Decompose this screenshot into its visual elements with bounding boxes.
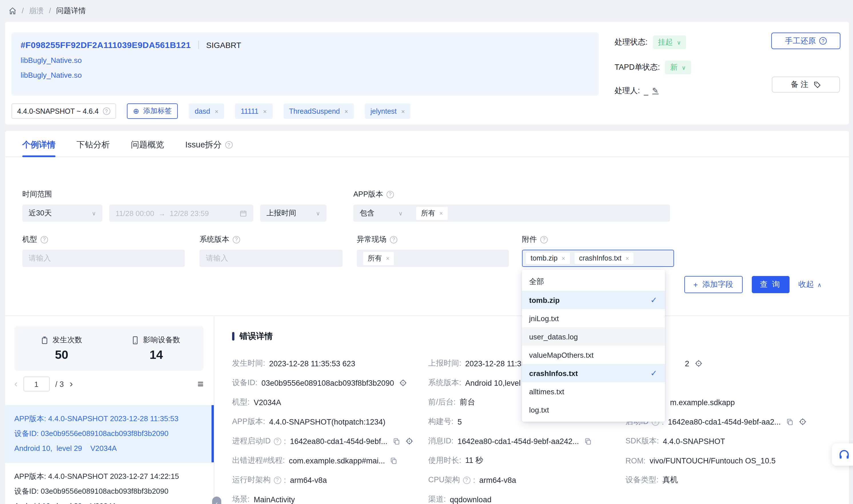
page-input[interactable]: 1	[23, 377, 50, 392]
issue-tag[interactable]: 11111 ×	[235, 104, 272, 119]
panel-collapse-handle[interactable]: ‹	[212, 497, 221, 504]
detail-row: 使用时长: 11 秒	[428, 451, 625, 470]
help-icon[interactable]: ?	[390, 236, 397, 243]
module-link[interactable]: libBugly_Native.so	[21, 56, 589, 65]
colon: :	[284, 437, 286, 446]
detail-value: arm64-v8a	[479, 476, 516, 484]
detail-row: 运行时架构 ? : arm64-v8a	[232, 470, 428, 490]
collapse-label: 收起	[798, 280, 814, 290]
list-item[interactable]: APP版本: 4.4.0-SNAPSHOT 2023-12-27 14:22:1…	[5, 462, 214, 504]
help-icon[interactable]: ?	[387, 191, 394, 198]
detail-label: ROM:	[625, 456, 646, 465]
detail-label: SDK版本:	[625, 436, 659, 446]
list-item[interactable]: APP版本: 4.4.0-SNAPSHOT 2023-12-28 11:35:5…	[5, 405, 214, 462]
tag-label: tomb.zip	[531, 254, 558, 262]
breadcrumb-section[interactable]: 崩溃	[29, 5, 44, 16]
os-version-input[interactable]: 请输入	[199, 250, 342, 267]
copy-icon[interactable]	[786, 418, 793, 426]
tapd-status-label: TAPD单状态:	[615, 62, 660, 73]
help-icon[interactable]: ?	[40, 236, 48, 243]
dropdown-option[interactable]: alltimes.txt	[522, 382, 664, 400]
close-icon[interactable]: ×	[562, 255, 565, 262]
tab-overview[interactable]: 问题概览	[131, 140, 164, 157]
chevron-down-icon: ∨	[677, 39, 681, 46]
app-version-tag[interactable]: 所有 ×	[416, 206, 448, 220]
dropdown-option[interactable]: tomb.zip ✓	[522, 291, 664, 309]
tab-case-detail[interactable]: 个例详情	[22, 140, 55, 157]
issue-id[interactable]: #F098255FF92DF2A111039E9DA561B121	[21, 40, 191, 50]
locate-icon[interactable]	[798, 418, 806, 426]
report-time-select[interactable]: 上报时间 ∨	[260, 204, 326, 222]
device-count-label: 影响设备数	[143, 335, 180, 345]
help-icon[interactable]: ?	[819, 37, 827, 44]
dropdown-option[interactable]: valueMapOthers.txt	[522, 346, 664, 364]
help-icon[interactable]: ?	[540, 236, 548, 243]
dropdown-option[interactable]: crashInfos.txt ✓	[522, 364, 664, 382]
title-bar-accent	[232, 332, 234, 340]
issue-tag[interactable]: ThreadSuspend ×	[283, 104, 354, 119]
menu-icon[interactable]: ≡	[197, 378, 203, 390]
detail-value: MainActivity	[254, 495, 295, 504]
attachment-field[interactable]: tomb.zip × crashInfos.txt × 全部 tomb.zip	[522, 250, 674, 267]
add-tag-button[interactable]: ⊕ 添加标签	[127, 104, 178, 119]
dropdown-option[interactable]: log.txt	[522, 400, 664, 419]
note-label: 备 注	[791, 79, 808, 90]
close-icon[interactable]: ×	[625, 255, 629, 262]
app-version-field[interactable]: 包含 ∨ 所有 ×	[353, 204, 670, 222]
search-button[interactable]: 查 询	[751, 276, 789, 293]
time-range-select[interactable]: 近30天 ∨	[22, 204, 102, 222]
detail-value: com.example.sdkapp#mai...	[289, 456, 385, 465]
detail-row: 渠道: qqdownload	[428, 490, 625, 504]
locate-icon[interactable]	[694, 359, 703, 367]
device-count-value: 14	[149, 348, 163, 362]
detail-label: 设备ID:	[232, 378, 257, 388]
contains-select[interactable]: 包含	[360, 208, 374, 218]
locate-icon[interactable]	[399, 379, 407, 387]
close-icon[interactable]: ×	[439, 210, 443, 217]
add-field-button[interactable]: + 添加字段	[685, 276, 743, 293]
manual-restore-button[interactable]: 手工还原 ?	[771, 33, 840, 49]
edit-icon[interactable]: ✎	[652, 87, 659, 94]
close-icon[interactable]: ×	[386, 255, 390, 262]
dropdown-option[interactable]: 全部	[522, 273, 664, 291]
help-icon[interactable]: ?	[103, 107, 110, 115]
issue-tag[interactable]: dasd ×	[189, 104, 224, 119]
date-range-input[interactable]: 11/28 00:00 → 12/28 23:59	[109, 204, 253, 222]
help-icon[interactable]: ?	[273, 437, 281, 445]
tab-drilldown[interactable]: 下钻分析	[77, 140, 110, 157]
module-link[interactable]: libBugly_Native.so	[21, 71, 589, 79]
help-icon[interactable]: ?	[225, 141, 232, 148]
close-icon[interactable]: ×	[401, 108, 405, 114]
next-page-icon[interactable]: ›	[69, 378, 73, 390]
note-button[interactable]: 备 注	[772, 76, 840, 93]
copy-icon[interactable]	[584, 437, 591, 445]
scene-tag[interactable]: 所有 ×	[363, 252, 394, 265]
close-icon[interactable]: ×	[344, 108, 348, 114]
tag-label: crashInfos.txt	[579, 254, 621, 262]
dropdown-option[interactable]: user_datas.log	[522, 327, 664, 346]
attachment-tag[interactable]: tomb.zip ×	[526, 253, 570, 264]
tapd-status-select[interactable]: 新 ∨	[665, 60, 691, 74]
model-input[interactable]: 请输入	[22, 250, 185, 267]
version-range-box[interactable]: 4.4.0-SNAPSHOT ~ 4.6.4 ?	[12, 104, 116, 119]
scene-field[interactable]: 所有 ×	[357, 250, 509, 267]
collapse-filters-link[interactable]: 收起 ∧	[798, 280, 821, 290]
issue-tag[interactable]: jelyntest ×	[365, 104, 411, 119]
detail-value: vivo/FUNTOUCH/Funtouch OS_10.5	[650, 456, 776, 465]
support-fab[interactable]	[832, 444, 853, 466]
close-icon[interactable]: ×	[215, 108, 218, 114]
prev-page-icon[interactable]: ‹	[14, 378, 17, 390]
help-icon[interactable]: ?	[463, 476, 470, 484]
tab-issue-split[interactable]: Issue拆分 ?	[185, 140, 232, 157]
process-status-select[interactable]: 挂起 ∨	[653, 35, 686, 49]
copy-icon[interactable]	[392, 437, 400, 445]
help-icon[interactable]: ?	[233, 236, 240, 243]
home-icon[interactable]	[8, 6, 17, 15]
dropdown-option[interactable]: jniLog.txt	[522, 309, 664, 327]
copy-icon[interactable]	[390, 457, 398, 464]
process-status-label: 处理状态:	[615, 37, 648, 48]
help-icon[interactable]: ?	[273, 476, 281, 484]
locate-icon[interactable]	[405, 437, 413, 445]
attachment-tag[interactable]: crashInfos.txt ×	[574, 253, 634, 264]
close-icon[interactable]: ×	[263, 108, 267, 114]
